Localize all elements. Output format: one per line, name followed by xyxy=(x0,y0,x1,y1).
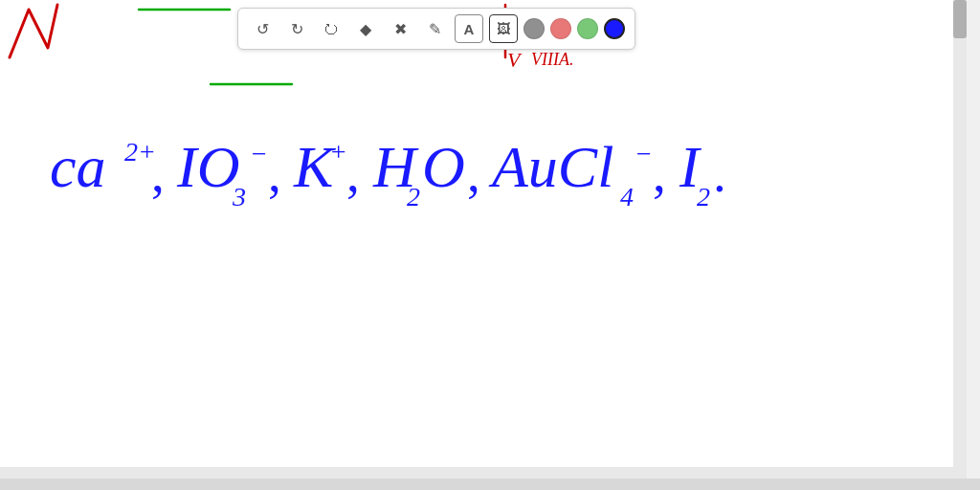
svg-text:2: 2 xyxy=(407,182,420,212)
eraser-button[interactable]: ✎ xyxy=(420,14,449,43)
scrollbar-vertical-thumb[interactable] xyxy=(953,0,967,38)
tools-button[interactable]: ✖ xyxy=(386,14,414,43)
svg-text:,: , xyxy=(467,145,480,203)
svg-text:IO: IO xyxy=(176,134,239,199)
select-tool-button[interactable]: ⭮ xyxy=(317,14,345,43)
canvas-svg: V VIIIA. ca 2+ , IO 3 − , K + , H 2 O , … xyxy=(0,0,967,479)
image-button[interactable]: 🖼 xyxy=(489,14,518,43)
svg-text:ca: ca xyxy=(50,134,106,199)
svg-text:O: O xyxy=(422,134,465,199)
text-button[interactable]: A xyxy=(455,14,483,43)
svg-text:AuCl: AuCl xyxy=(488,134,613,199)
svg-text:,: , xyxy=(653,145,666,203)
svg-text:V: V xyxy=(507,48,523,72)
scrollbar-vertical[interactable] xyxy=(953,0,967,479)
svg-text:,: , xyxy=(346,145,360,203)
color-pink[interactable] xyxy=(550,18,571,39)
canvas-area[interactable]: ↺ ↻ ⭮ ◆ ✖ ✎ A 🖼 V VIIIA. ca 2+ , IO 3 − xyxy=(0,0,967,479)
color-green[interactable] xyxy=(577,18,598,39)
svg-text:−: − xyxy=(635,139,653,168)
svg-text:.: . xyxy=(713,145,726,203)
svg-text:,: , xyxy=(151,145,165,203)
svg-text:+: + xyxy=(329,137,347,167)
undo-button[interactable]: ↺ xyxy=(248,14,277,43)
toolbar: ↺ ↻ ⭮ ◆ ✖ ✎ A 🖼 xyxy=(237,8,635,50)
color-blue[interactable] xyxy=(604,18,625,39)
pen-tool-button[interactable]: ◆ xyxy=(351,14,380,43)
status-bar xyxy=(0,479,980,490)
scrollbar-horizontal[interactable] xyxy=(0,467,967,479)
svg-text:−: − xyxy=(250,139,268,168)
svg-text:3: 3 xyxy=(232,182,246,212)
redo-button[interactable]: ↻ xyxy=(282,14,311,43)
svg-text:4: 4 xyxy=(620,182,634,212)
svg-text:,: , xyxy=(268,145,281,203)
color-gray[interactable] xyxy=(523,18,545,39)
svg-text:2: 2 xyxy=(697,182,710,212)
svg-text:VIIIA.: VIIIA. xyxy=(531,50,573,69)
